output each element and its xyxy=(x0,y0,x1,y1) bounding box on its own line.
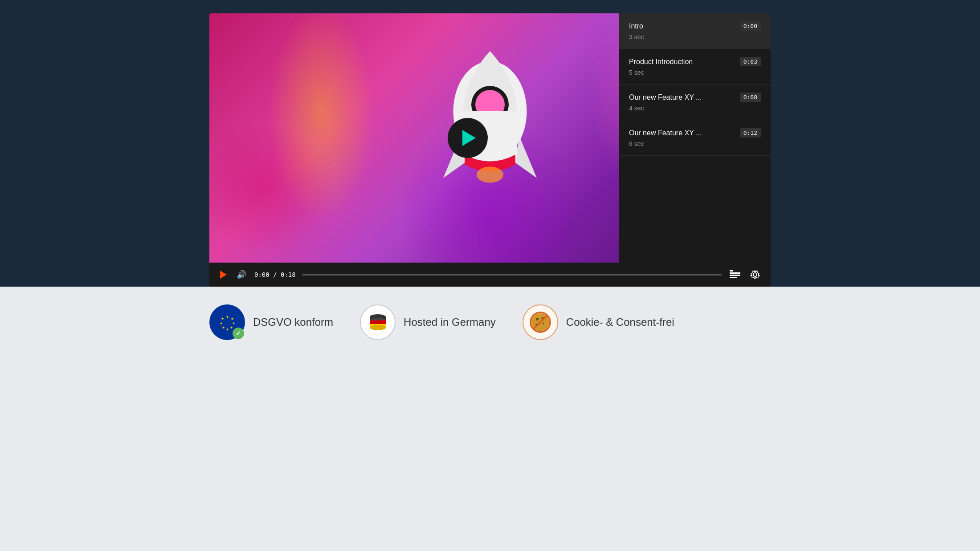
chapter-header: Product Introduction 0:03 xyxy=(629,57,761,66)
chapter-time: 0:03 xyxy=(740,57,761,66)
cookie-label: Cookie- & Consent-frei xyxy=(566,316,674,328)
chapter-item[interactable]: Our new Feature XY ... 0:08 4 sec xyxy=(619,85,771,120)
svg-text:★: ★ xyxy=(226,328,229,332)
time-separator: / xyxy=(273,271,281,278)
chapter-title: Our new Feature XY ... xyxy=(629,93,702,101)
settings-button[interactable] xyxy=(748,268,762,281)
current-time: 0:00 xyxy=(254,271,270,278)
video-controls-bar: 🔊 0:00 / 0:18 xyxy=(209,263,771,287)
play-control-button[interactable] xyxy=(218,269,229,280)
checkmark-icon: ✓ xyxy=(233,328,244,339)
chapter-item[interactable]: Product Introduction 0:03 5 sec xyxy=(619,49,771,85)
svg-point-4 xyxy=(477,167,503,183)
svg-point-24 xyxy=(370,325,386,330)
page-wrapper: Intro 0:00 3 sec Product Introduction 0:… xyxy=(0,0,980,362)
chapter-time: 0:12 xyxy=(740,128,761,138)
germany-flag-icon xyxy=(366,311,389,334)
svg-text:★: ★ xyxy=(226,315,229,319)
svg-rect-6 xyxy=(730,272,740,274)
svg-point-26 xyxy=(536,318,539,320)
svg-text:★: ★ xyxy=(222,326,225,330)
rocket-image xyxy=(419,45,561,231)
svg-text:★: ★ xyxy=(220,321,223,325)
chapter-header: Intro 0:00 xyxy=(629,21,761,31)
settings-icon xyxy=(750,270,760,280)
chapters-button[interactable] xyxy=(728,268,742,281)
chapter-duration: 4 sec xyxy=(629,105,761,112)
svg-point-9 xyxy=(753,273,757,276)
video-section: Intro 0:00 3 sec Product Introduction 0:… xyxy=(0,0,980,287)
svg-text:★: ★ xyxy=(230,326,233,330)
time-display: 0:00 / 0:18 xyxy=(254,271,296,278)
video-outer: Intro 0:00 3 sec Product Introduction 0:… xyxy=(183,9,797,287)
play-icon xyxy=(462,130,476,146)
chapter-header: Our new Feature XY ... 0:12 xyxy=(629,128,761,138)
chapter-title: Product Introduction xyxy=(629,58,693,66)
svg-rect-7 xyxy=(730,275,740,276)
volume-button[interactable]: 🔊 xyxy=(235,268,248,281)
cookie-icon-wrapper xyxy=(523,304,558,340)
chapter-duration: 3 sec xyxy=(629,33,761,41)
chapter-header: Our new Feature XY ... 0:08 xyxy=(629,93,761,102)
features-section: ★ ★ ★ ★ ★ ★ ★ ★ ✓ DSGVO konform xyxy=(183,287,797,362)
volume-icon: 🔊 xyxy=(237,270,246,280)
no-cookie-icon xyxy=(528,310,552,334)
svg-rect-5 xyxy=(730,270,733,271)
chapter-time: 0:08 xyxy=(740,93,761,102)
play-button[interactable] xyxy=(448,118,488,158)
chapters-icon xyxy=(730,270,740,279)
chapter-title: Our new Feature XY ... xyxy=(629,129,702,137)
play-control-icon xyxy=(220,271,227,279)
chapter-title: Intro xyxy=(629,22,643,30)
chapter-duration: 5 sec xyxy=(629,69,761,76)
germany-label: Hosted in Germany xyxy=(404,316,496,328)
svg-text:★: ★ xyxy=(221,317,224,321)
svg-text:★: ★ xyxy=(231,317,234,321)
chapter-time: 0:00 xyxy=(740,21,761,31)
video-thumbnail[interactable]: Intro 0:00 3 sec Product Introduction 0:… xyxy=(209,13,771,263)
feature-dsgvo: ★ ★ ★ ★ ★ ★ ★ ★ ✓ DSGVO konform xyxy=(209,304,333,340)
dsgvo-icon: ★ ★ ★ ★ ★ ★ ★ ★ ✓ xyxy=(209,304,245,340)
video-container: Intro 0:00 3 sec Product Introduction 0:… xyxy=(209,13,771,287)
chapter-item[interactable]: Intro 0:00 3 sec xyxy=(619,13,771,49)
svg-rect-8 xyxy=(730,277,737,278)
chapter-duration: 6 sec xyxy=(629,140,761,147)
svg-point-29 xyxy=(543,323,544,324)
feature-germany: Hosted in Germany xyxy=(360,304,496,340)
germany-icon xyxy=(360,304,396,340)
dsgvo-label: DSGVO konform xyxy=(253,316,333,328)
total-time: 0:18 xyxy=(281,271,296,278)
svg-text:★: ★ xyxy=(232,321,235,325)
features-row: ★ ★ ★ ★ ★ ★ ★ ★ ✓ DSGVO konform xyxy=(209,304,771,340)
feature-cookie: Cookie- & Consent-frei xyxy=(523,304,674,340)
chapter-item[interactable]: Our new Feature XY ... 0:12 6 sec xyxy=(619,120,771,156)
progress-bar[interactable] xyxy=(302,274,722,276)
chapter-panel: Intro 0:00 3 sec Product Introduction 0:… xyxy=(619,13,771,263)
